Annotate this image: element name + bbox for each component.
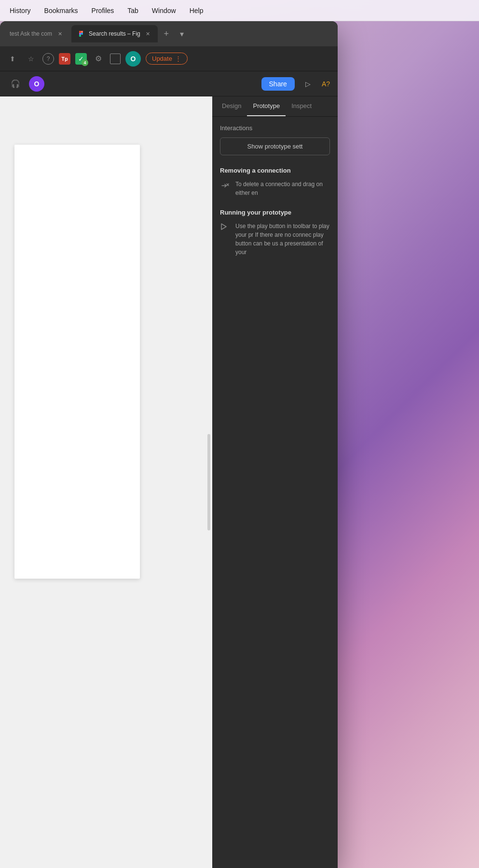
browser-content: Design Prototype Inspect Interactions Sh… <box>0 96 338 868</box>
running-prototype-text: Use the play button in toolbar to play y… <box>235 222 330 257</box>
font-size-label[interactable]: A? <box>322 80 330 88</box>
bookmark-icon: ☆ <box>28 55 34 63</box>
interactions-label: Interactions <box>220 124 330 132</box>
menu-history[interactable]: History <box>8 5 33 16</box>
right-panel: Design Prototype Inspect Interactions Sh… <box>212 96 338 868</box>
tab-1-title: test Ask the com <box>10 30 52 37</box>
more-icon: ⋮ <box>175 55 181 62</box>
headphones-icon: 🎧 <box>11 79 20 88</box>
update-button[interactable]: Update ⋮ <box>146 53 188 65</box>
bookmark-button[interactable]: ☆ <box>24 52 38 66</box>
removing-connection-title: Removing a connection <box>220 167 330 174</box>
tab-bar: test Ask the com ✕ Search results – Fig … <box>0 21 338 46</box>
menu-bar: History Bookmarks Profiles Tab Window He… <box>0 0 479 21</box>
update-label: Update <box>152 55 172 62</box>
menu-window[interactable]: Window <box>150 5 178 16</box>
running-prototype-title: Running your prototype <box>220 209 330 216</box>
panel-content: Interactions Show prototype sett Removin… <box>212 117 338 868</box>
canvas-scrollbar[interactable] <box>207 434 210 530</box>
profile-avatar[interactable]: O <box>125 51 141 67</box>
menu-profiles[interactable]: Profiles <box>90 5 116 16</box>
play-button[interactable]: ▷ <box>301 76 316 92</box>
canvas-area[interactable] <box>0 96 212 868</box>
svg-rect-0 <box>79 31 81 33</box>
share-nav-button[interactable]: ⬆ <box>6 52 19 66</box>
svg-point-4 <box>81 33 83 35</box>
running-prototype-row: Use the play button in toolbar to play y… <box>220 222 330 257</box>
tab-1-close[interactable]: ✕ <box>56 30 64 38</box>
user-avatar[interactable]: O <box>29 76 44 92</box>
removing-connection-section: Removing a connection To delete a connec… <box>220 167 330 197</box>
play-info-icon <box>220 223 230 232</box>
tab-2-close[interactable]: ✕ <box>144 30 152 38</box>
panel-tabs: Design Prototype Inspect <box>212 96 338 117</box>
sidebar-toggle-button[interactable] <box>110 54 121 64</box>
svg-rect-1 <box>81 31 83 33</box>
removing-connection-row: To delete a connectio and drag on either… <box>220 180 330 197</box>
checkmark-extension-icon[interactable]: ✓ 4 <box>75 53 87 65</box>
menu-tab[interactable]: Tab <box>125 5 140 16</box>
share-button[interactable]: Share <box>261 77 295 91</box>
new-tab-button[interactable]: + <box>160 27 173 41</box>
puzzle-icon: ⚙ <box>95 54 102 63</box>
question-icon[interactable]: ? <box>42 53 54 65</box>
tab-2[interactable]: Search results – Fig ✕ <box>71 25 158 42</box>
svg-rect-3 <box>79 35 81 37</box>
canvas-page <box>14 145 140 579</box>
arrow-x-icon <box>220 181 230 192</box>
svg-rect-2 <box>79 33 81 35</box>
svg-marker-7 <box>221 224 226 230</box>
figma-tab-icon <box>77 30 85 38</box>
address-bar: ⬆ ☆ ? Tp ✓ 4 ⚙ O Update ⋮ <box>0 46 338 71</box>
running-prototype-section: Running your prototype Use the play butt… <box>220 209 330 257</box>
tab-dropdown-button[interactable]: ▾ <box>175 27 189 41</box>
browser-window: test Ask the com ✕ Search results – Fig … <box>0 21 338 868</box>
tp-extension-icon[interactable]: Tp <box>59 53 70 65</box>
tab-prototype[interactable]: Prototype <box>247 96 286 116</box>
figma-toolbar: 🎧 O Share ▷ A? <box>0 71 338 96</box>
extension-badge-count: 4 <box>82 59 88 66</box>
extensions-button[interactable]: ⚙ <box>92 52 105 66</box>
menu-bookmarks[interactable]: Bookmarks <box>42 5 80 16</box>
removing-connection-text: To delete a connectio and drag on either… <box>235 180 330 197</box>
tab-design[interactable]: Design <box>216 96 247 116</box>
play-icon: ▷ <box>305 80 311 88</box>
tab-1[interactable]: test Ask the com ✕ <box>4 25 69 42</box>
share-nav-icon: ⬆ <box>10 55 15 63</box>
tab-inspect[interactable]: Inspect <box>286 96 317 116</box>
menu-help[interactable]: Help <box>188 5 205 16</box>
show-prototype-settings-button[interactable]: Show prototype sett <box>220 137 330 155</box>
tab-2-title: Search results – Fig <box>89 30 140 37</box>
headphones-button[interactable]: 🎧 <box>8 76 23 92</box>
